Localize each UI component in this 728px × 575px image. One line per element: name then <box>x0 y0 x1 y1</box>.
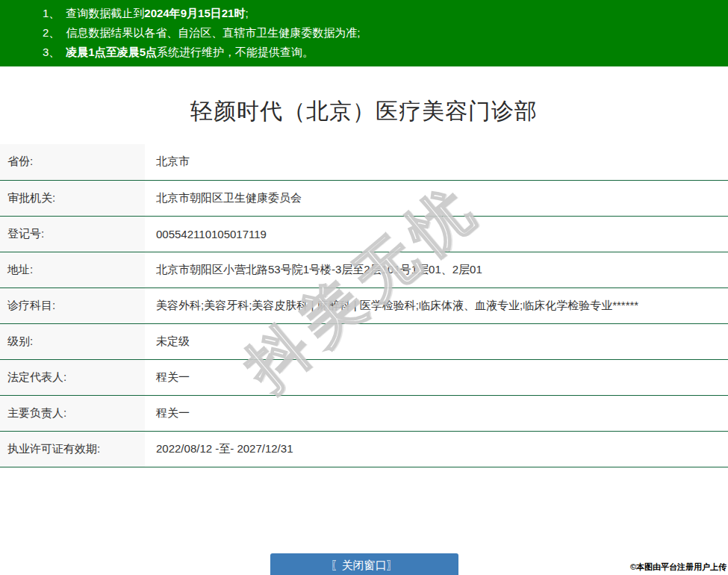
close-window-button[interactable]: 〖关闭窗口〗 <box>270 553 458 575</box>
notice-number: 3、 <box>43 46 60 58</box>
notice-text-bold: 2024年9月15日21时 <box>144 7 245 19</box>
row-label: 法定代表人: <box>0 359 145 395</box>
row-label: 地址: <box>0 252 145 288</box>
notice-text-post: 系统进行维护，不能提供查询。 <box>157 46 314 58</box>
table-row-legal-representative: 法定代表人: 程关一 <box>0 359 728 395</box>
table-row-medical-subjects: 诊疗科目: 美容外科;美容牙科;美容皮肤科 | 麻醉科 | 医学检验科;临床体液… <box>0 288 728 323</box>
notice-text: 信息数据结果以各省、自治区、直辖市卫生健康委数据为准; <box>66 26 360 39</box>
row-value: 北京市朝阳区卫生健康委员会 <box>145 180 728 216</box>
row-label: 诊疗科目: <box>0 288 145 323</box>
notice-text-bold: 凌晨1点至凌晨5点 <box>66 46 157 58</box>
row-value: 程关一 <box>145 395 728 431</box>
page-title: 轻颜时代（北京）医疗美容门诊部 <box>0 96 728 127</box>
notice-line-1: 1、查询数据截止到2024年9月15日21时; <box>43 4 728 23</box>
notice-line-2: 2、信息数据结果以各省、自治区、直辖市卫生健康委数据为准; <box>43 23 728 43</box>
table-row-license-validity: 执业许可证有效期: 2022/08/12 -至- 2027/12/31 <box>0 431 728 467</box>
table-row-level: 级别: 未定级 <box>0 323 728 359</box>
row-label: 审批机关: <box>0 180 145 216</box>
table-row-approval-authority: 审批机关: 北京市朝阳区卫生健康委员会 <box>0 180 728 216</box>
row-value: 程关一 <box>145 359 728 395</box>
row-label: 登记号: <box>0 216 145 252</box>
uploader-copyright-watermark: ©本图由平台注册用户上传 <box>630 562 727 573</box>
row-value: 2022/08/12 -至- 2027/12/31 <box>145 431 728 467</box>
row-value: 美容外科;美容牙科;美容皮肤科 | 麻醉科 | 医学检验科;临床体液、血液专业;… <box>145 288 728 323</box>
row-value: 005542110105017119 <box>145 216 728 252</box>
row-label: 级别: <box>0 323 145 359</box>
row-value: 北京市朝阳区小营北路53号院1号楼-3层至2层101号1层01、2层01 <box>145 252 728 288</box>
row-value: 北京市 <box>145 144 728 180</box>
row-label: 主要负责人: <box>0 395 145 431</box>
table-row-registration-number: 登记号: 005542110105017119 <box>0 216 728 252</box>
institution-info-table: 省份: 北京市 审批机关: 北京市朝阳区卫生健康委员会 登记号: 0055421… <box>0 144 728 467</box>
notice-text: 查询数据截止到 <box>66 7 144 19</box>
notice-bar: 1、查询数据截止到2024年9月15日21时; 2、信息数据结果以各省、自治区、… <box>0 0 728 66</box>
table-row-address: 地址: 北京市朝阳区小营北路53号院1号楼-3层至2层101号1层01、2层01 <box>0 252 728 288</box>
table-row-person-in-charge: 主要负责人: 程关一 <box>0 395 728 431</box>
notice-number: 1、 <box>43 7 60 19</box>
row-value: 未定级 <box>145 323 728 359</box>
notice-line-3: 3、凌晨1点至凌晨5点系统进行维护，不能提供查询。 <box>43 43 728 62</box>
row-label: 执业许可证有效期: <box>0 431 145 467</box>
row-label: 省份: <box>0 144 145 180</box>
notice-number: 2、 <box>43 26 60 39</box>
table-row-province: 省份: 北京市 <box>0 144 728 180</box>
notice-text-post: ; <box>245 7 248 19</box>
